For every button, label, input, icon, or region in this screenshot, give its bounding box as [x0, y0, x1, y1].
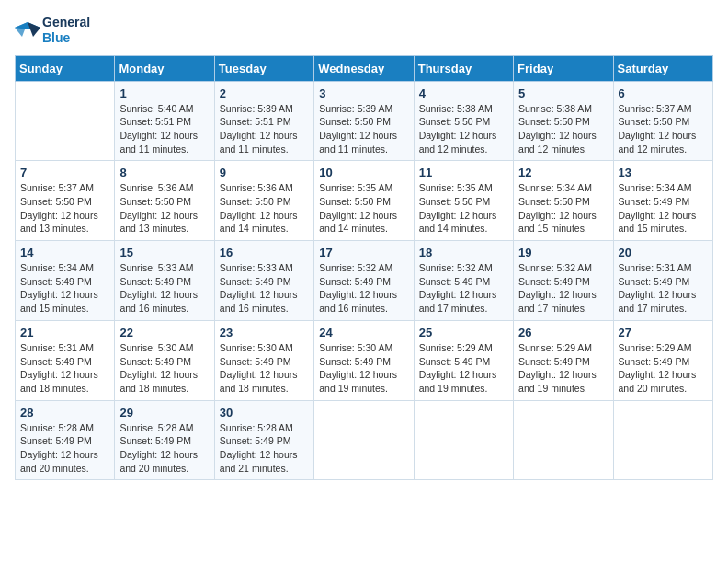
- day-number: 14: [20, 246, 109, 259]
- calendar-cell: 6Sunrise: 5:37 AM Sunset: 5:50 PM Daylig…: [613, 81, 712, 161]
- calendar-cell: [314, 400, 414, 480]
- calendar-week-row: 21Sunrise: 5:31 AM Sunset: 5:49 PM Dayli…: [16, 320, 713, 400]
- calendar-cell: 28Sunrise: 5:28 AM Sunset: 5:49 PM Dayli…: [16, 400, 115, 480]
- logo-text-line1: General: [42, 15, 90, 30]
- day-info: Sunrise: 5:40 AM Sunset: 5:51 PM Dayligh…: [119, 102, 209, 156]
- calendar-cell: 24Sunrise: 5:30 AM Sunset: 5:49 PM Dayli…: [314, 320, 414, 400]
- day-number: 11: [419, 166, 508, 179]
- calendar-cell: 7Sunrise: 5:37 AM Sunset: 5:50 PM Daylig…: [16, 161, 115, 241]
- calendar-week-row: 14Sunrise: 5:34 AM Sunset: 5:49 PM Dayli…: [16, 241, 713, 321]
- calendar-cell: 2Sunrise: 5:39 AM Sunset: 5:51 PM Daylig…: [214, 81, 313, 161]
- weekday-header: Monday: [115, 55, 214, 81]
- day-number: 12: [518, 166, 608, 179]
- calendar-cell: 9Sunrise: 5:36 AM Sunset: 5:50 PM Daylig…: [214, 161, 313, 241]
- calendar-cell: [414, 400, 513, 480]
- svg-marker-2: [15, 22, 28, 37]
- day-number: 19: [518, 246, 608, 259]
- calendar-cell: [514, 400, 613, 480]
- day-number: 9: [220, 166, 309, 179]
- day-info: Sunrise: 5:35 AM Sunset: 5:50 PM Dayligh…: [419, 181, 508, 236]
- day-info: Sunrise: 5:38 AM Sunset: 5:50 PM Dayligh…: [518, 102, 608, 156]
- calendar-cell: 12Sunrise: 5:34 AM Sunset: 5:50 PM Dayli…: [514, 161, 613, 241]
- day-number: 28: [20, 406, 109, 419]
- day-number: 7: [20, 166, 109, 179]
- day-number: 21: [20, 326, 109, 339]
- calendar-cell: 14Sunrise: 5:34 AM Sunset: 5:49 PM Dayli…: [16, 241, 115, 321]
- logo-text-line2: Blue: [42, 30, 90, 46]
- day-info: Sunrise: 5:29 AM Sunset: 5:49 PM Dayligh…: [619, 341, 708, 396]
- calendar-week-row: 7Sunrise: 5:37 AM Sunset: 5:50 PM Daylig…: [16, 161, 713, 241]
- day-info: Sunrise: 5:30 AM Sunset: 5:49 PM Dayligh…: [319, 341, 408, 396]
- day-number: 16: [220, 246, 309, 259]
- calendar-cell: 26Sunrise: 5:29 AM Sunset: 5:49 PM Dayli…: [514, 320, 613, 400]
- calendar-cell: 22Sunrise: 5:30 AM Sunset: 5:49 PM Dayli…: [115, 320, 214, 400]
- calendar-cell: 17Sunrise: 5:32 AM Sunset: 5:49 PM Dayli…: [314, 241, 414, 321]
- weekday-header: Tuesday: [214, 55, 313, 81]
- calendar-cell: 23Sunrise: 5:30 AM Sunset: 5:49 PM Dayli…: [214, 320, 313, 400]
- calendar-cell: [16, 81, 115, 161]
- calendar-cell: [613, 400, 712, 480]
- day-info: Sunrise: 5:34 AM Sunset: 5:50 PM Dayligh…: [518, 181, 608, 236]
- day-info: Sunrise: 5:33 AM Sunset: 5:49 PM Dayligh…: [220, 261, 309, 316]
- day-info: Sunrise: 5:31 AM Sunset: 5:49 PM Dayligh…: [619, 261, 708, 316]
- weekday-header: Wednesday: [314, 55, 414, 81]
- logo-icon: [15, 20, 40, 40]
- day-number: 27: [619, 326, 708, 339]
- day-info: Sunrise: 5:39 AM Sunset: 5:50 PM Dayligh…: [319, 102, 408, 156]
- calendar-cell: 16Sunrise: 5:33 AM Sunset: 5:49 PM Dayli…: [214, 241, 313, 321]
- calendar-cell: 3Sunrise: 5:39 AM Sunset: 5:50 PM Daylig…: [314, 81, 414, 161]
- day-number: 24: [319, 326, 408, 339]
- day-info: Sunrise: 5:32 AM Sunset: 5:49 PM Dayligh…: [419, 261, 508, 316]
- weekday-header: Sunday: [16, 55, 115, 81]
- calendar-cell: 18Sunrise: 5:32 AM Sunset: 5:49 PM Dayli…: [414, 241, 513, 321]
- calendar-cell: 8Sunrise: 5:36 AM Sunset: 5:50 PM Daylig…: [115, 161, 214, 241]
- weekday-header: Friday: [514, 55, 613, 81]
- day-number: 17: [319, 246, 408, 259]
- day-number: 29: [119, 406, 209, 419]
- calendar-cell: 19Sunrise: 5:32 AM Sunset: 5:49 PM Dayli…: [514, 241, 613, 321]
- calendar-cell: 1Sunrise: 5:40 AM Sunset: 5:51 PM Daylig…: [115, 81, 214, 161]
- svg-marker-1: [28, 22, 40, 37]
- logo: General Blue: [15, 15, 90, 46]
- day-number: 5: [518, 86, 608, 100]
- calendar-cell: 21Sunrise: 5:31 AM Sunset: 5:49 PM Dayli…: [16, 320, 115, 400]
- calendar-cell: 15Sunrise: 5:33 AM Sunset: 5:49 PM Dayli…: [115, 241, 214, 321]
- calendar-cell: 20Sunrise: 5:31 AM Sunset: 5:49 PM Dayli…: [613, 241, 712, 321]
- day-info: Sunrise: 5:38 AM Sunset: 5:50 PM Dayligh…: [419, 102, 508, 156]
- calendar-cell: 27Sunrise: 5:29 AM Sunset: 5:49 PM Dayli…: [613, 320, 712, 400]
- calendar-cell: 4Sunrise: 5:38 AM Sunset: 5:50 PM Daylig…: [414, 81, 513, 161]
- calendar-cell: 5Sunrise: 5:38 AM Sunset: 5:50 PM Daylig…: [514, 81, 613, 161]
- calendar-cell: 25Sunrise: 5:29 AM Sunset: 5:49 PM Dayli…: [414, 320, 513, 400]
- day-number: 23: [220, 326, 309, 339]
- day-info: Sunrise: 5:32 AM Sunset: 5:49 PM Dayligh…: [518, 261, 608, 316]
- weekday-header: Thursday: [414, 55, 513, 81]
- day-info: Sunrise: 5:36 AM Sunset: 5:50 PM Dayligh…: [119, 181, 209, 236]
- day-info: Sunrise: 5:32 AM Sunset: 5:49 PM Dayligh…: [319, 261, 408, 316]
- calendar-week-row: 1Sunrise: 5:40 AM Sunset: 5:51 PM Daylig…: [16, 81, 713, 161]
- day-number: 10: [319, 166, 408, 179]
- day-number: 6: [619, 86, 708, 100]
- day-number: 15: [119, 246, 209, 259]
- day-info: Sunrise: 5:28 AM Sunset: 5:49 PM Dayligh…: [20, 421, 109, 476]
- day-number: 8: [119, 166, 209, 179]
- day-info: Sunrise: 5:30 AM Sunset: 5:49 PM Dayligh…: [220, 341, 309, 396]
- day-number: 20: [619, 246, 708, 259]
- day-info: Sunrise: 5:37 AM Sunset: 5:50 PM Dayligh…: [619, 102, 708, 156]
- day-number: 13: [619, 166, 708, 179]
- day-number: 25: [419, 326, 508, 339]
- day-number: 30: [220, 406, 309, 419]
- day-info: Sunrise: 5:33 AM Sunset: 5:49 PM Dayligh…: [119, 261, 209, 316]
- weekday-header: Saturday: [613, 55, 712, 81]
- calendar-table: SundayMondayTuesdayWednesdayThursdayFrid…: [15, 55, 713, 481]
- calendar-week-row: 28Sunrise: 5:28 AM Sunset: 5:49 PM Dayli…: [16, 400, 713, 480]
- calendar-header: SundayMondayTuesdayWednesdayThursdayFrid…: [16, 55, 713, 81]
- calendar-cell: 11Sunrise: 5:35 AM Sunset: 5:50 PM Dayli…: [414, 161, 513, 241]
- calendar-cell: 13Sunrise: 5:34 AM Sunset: 5:49 PM Dayli…: [613, 161, 712, 241]
- day-number: 2: [220, 86, 309, 100]
- day-info: Sunrise: 5:34 AM Sunset: 5:49 PM Dayligh…: [619, 181, 708, 236]
- day-info: Sunrise: 5:31 AM Sunset: 5:49 PM Dayligh…: [20, 341, 109, 396]
- day-number: 26: [518, 326, 608, 339]
- day-number: 1: [119, 86, 209, 100]
- day-info: Sunrise: 5:28 AM Sunset: 5:49 PM Dayligh…: [119, 421, 209, 476]
- header: General Blue: [15, 15, 713, 46]
